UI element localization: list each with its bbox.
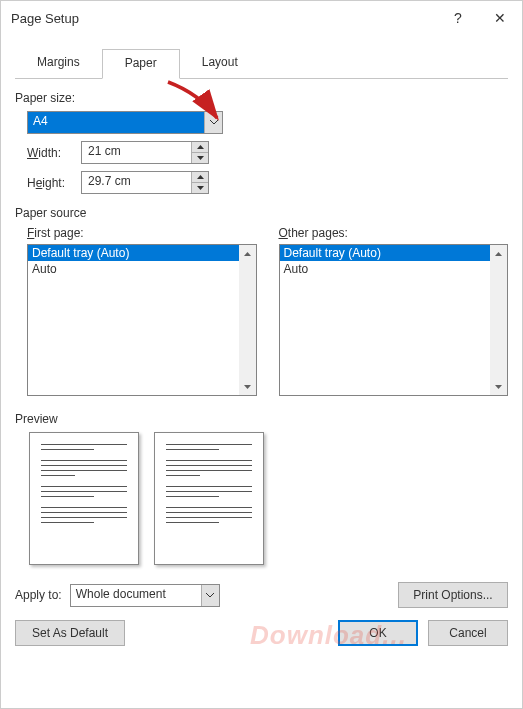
help-button[interactable]: ? xyxy=(438,1,478,35)
tab-margins[interactable]: Margins xyxy=(15,49,102,79)
first-page-listbox[interactable]: Default tray (Auto) Auto xyxy=(27,244,257,396)
scroll-track[interactable] xyxy=(239,262,256,378)
chevron-up-icon xyxy=(244,252,251,256)
chevron-up-icon xyxy=(495,252,502,256)
tab-layout[interactable]: Layout xyxy=(180,49,260,79)
window-title: Page Setup xyxy=(11,11,438,26)
height-spin-up[interactable] xyxy=(192,172,208,182)
chevron-up-icon xyxy=(197,175,204,179)
scroll-down[interactable] xyxy=(239,378,256,395)
chevron-up-icon xyxy=(197,145,204,149)
print-options-button[interactable]: Print Options... xyxy=(398,582,508,608)
list-item[interactable]: Default tray (Auto) xyxy=(28,245,239,261)
titlebar: Page Setup ? ✕ xyxy=(1,1,522,35)
cancel-button[interactable]: Cancel xyxy=(428,620,508,646)
width-spinner[interactable]: 21 cm xyxy=(81,141,209,164)
paper-size-combo[interactable]: A4 xyxy=(27,111,223,134)
paper-size-value: A4 xyxy=(28,112,204,133)
paper-source-label: Paper source xyxy=(15,206,508,220)
page-thumb xyxy=(154,432,264,565)
preview-label: Preview xyxy=(15,412,508,426)
width-spin-down[interactable] xyxy=(192,152,208,163)
chevron-down-icon xyxy=(495,385,502,389)
height-spinner[interactable]: 29.7 cm xyxy=(81,171,209,194)
apply-to-label: Apply to: xyxy=(15,588,62,602)
apply-to-value: Whole document xyxy=(71,585,201,606)
chevron-down-icon xyxy=(244,385,251,389)
close-button[interactable]: ✕ xyxy=(478,1,522,35)
chevron-down-icon xyxy=(210,120,218,125)
tab-paper[interactable]: Paper xyxy=(102,49,180,79)
other-pages-label: Other pages: xyxy=(279,226,509,240)
width-value[interactable]: 21 cm xyxy=(82,142,191,163)
scrollbar[interactable] xyxy=(239,245,256,395)
chevron-down-icon xyxy=(197,156,204,160)
height-value[interactable]: 29.7 cm xyxy=(82,172,191,193)
ok-button[interactable]: OK xyxy=(338,620,418,646)
scroll-down[interactable] xyxy=(490,378,507,395)
tab-strip: Margins Paper Layout xyxy=(15,49,508,79)
first-page-label: First page: xyxy=(27,226,257,240)
apply-to-dropdown-button[interactable] xyxy=(201,585,219,606)
height-label: Height: xyxy=(27,176,81,190)
height-spin-down[interactable] xyxy=(192,182,208,193)
set-as-default-button[interactable]: Set As Default xyxy=(15,620,125,646)
width-label: Width: xyxy=(27,146,81,160)
width-spin-up[interactable] xyxy=(192,142,208,152)
list-item[interactable]: Default tray (Auto) xyxy=(280,245,491,261)
scroll-up[interactable] xyxy=(239,245,256,262)
chevron-down-icon xyxy=(197,186,204,190)
page-thumb xyxy=(29,432,139,565)
paper-size-dropdown-button[interactable] xyxy=(204,112,222,133)
preview-area xyxy=(15,432,508,565)
paper-size-label: Paper size: xyxy=(15,91,508,105)
chevron-down-icon xyxy=(206,593,214,598)
list-item[interactable]: Auto xyxy=(280,261,491,277)
scrollbar[interactable] xyxy=(490,245,507,395)
other-pages-listbox[interactable]: Default tray (Auto) Auto xyxy=(279,244,509,396)
apply-to-combo[interactable]: Whole document xyxy=(70,584,220,607)
scroll-up[interactable] xyxy=(490,245,507,262)
scroll-track[interactable] xyxy=(490,262,507,378)
list-item[interactable]: Auto xyxy=(28,261,239,277)
